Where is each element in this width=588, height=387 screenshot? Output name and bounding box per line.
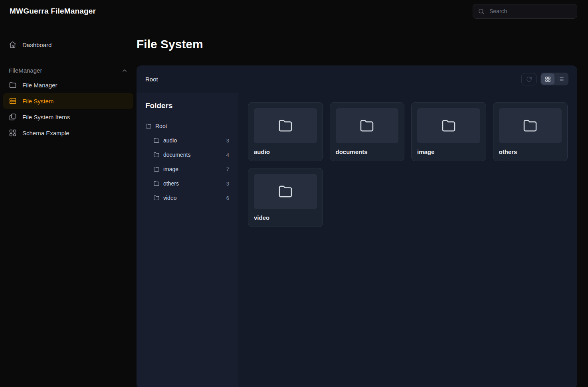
folder-icon [277,118,293,134]
folder-icon [153,195,160,201]
sidebar-item-dashboard[interactable]: Dashboard [3,37,133,53]
grid-view-icon [545,76,551,82]
sidebar-item-file-manager[interactable]: File Manager [3,77,133,93]
search-input[interactable] [489,8,572,15]
folder-tile [417,108,480,143]
folder-icon [153,152,160,158]
folder-tree-panel: Folders Root audio 3 [137,93,238,387]
tree-item-count: 6 [226,195,229,201]
folder-icon [153,180,160,187]
sidebar-item-label: Schema Example [22,130,69,136]
tree-item-label: image [163,166,178,172]
tree-item-documents[interactable]: documents 4 [153,148,229,162]
sidebar-item-file-system-items[interactable]: File System Items [3,109,133,125]
folder-tile [499,108,562,143]
sidebar-item-label: File System Items [22,114,70,120]
search-icon [478,8,485,15]
folder-card-label: others [499,148,562,155]
schema-grid-icon [9,129,17,137]
sidebar-section-filemanager[interactable]: FileManager [3,63,133,77]
tree-item-count: 3 [226,181,229,187]
tree-item-video[interactable]: video 6 [153,191,229,205]
folder-card-audio[interactable]: audio [248,102,323,161]
page-title: File System [137,38,577,51]
topbar: MWGuerra FileManager [0,0,588,22]
folder-icon [9,81,17,89]
chevron-up-icon [121,67,128,74]
folder-card-label: video [254,214,317,221]
folder-tile [254,174,317,209]
folder-card-label: image [417,148,480,155]
sidebar-section-label: FileManager [9,67,42,74]
breadcrumb: Root [145,76,158,83]
folder-icon [145,123,152,129]
tree-item-label: documents [163,152,190,158]
folder-card-others[interactable]: others [493,102,568,161]
sidebar-item-label: File System [22,98,53,105]
tree-item-label: others [163,180,179,187]
folder-icon [277,184,293,199]
list-view-icon [558,76,564,82]
panel-actions [521,73,568,85]
folder-card-documents[interactable]: documents [330,102,405,161]
tree-item-label: video [163,195,176,201]
sidebar-item-schema-example[interactable]: Schema Example [3,125,133,141]
sidebar-item-label: Dashboard [22,41,51,48]
tree-item-count: 7 [226,166,229,172]
tree-item-others[interactable]: others 3 [153,176,229,191]
panel-body: Folders Root audio 3 [137,93,577,387]
server-icon [9,97,17,105]
tree-item-count: 3 [226,138,229,144]
sidebar: Dashboard FileManager File Manager File … [0,22,137,387]
list-view-button[interactable] [554,73,568,85]
tree-item-root[interactable]: Root [145,119,229,133]
refresh-button[interactable] [521,73,537,85]
folder-icon [359,118,375,134]
sidebar-item-file-system[interactable]: File System [3,93,133,109]
folder-icon [522,118,538,134]
tree-children: audio 3 documents 4 image 7 [145,133,229,205]
search-box[interactable] [473,4,577,19]
tree-item-count: 4 [226,152,229,158]
folder-card-label: documents [336,148,399,155]
folder-grid: audio documents image [238,93,577,387]
tree-item-label: Root [155,123,167,129]
folder-card-video[interactable]: video [248,168,323,227]
folders-heading: Folders [145,101,229,110]
tree-item-audio[interactable]: audio 3 [153,133,229,148]
sidebar-item-label: File Manager [22,82,57,89]
folder-tile [336,108,399,143]
panel-header: Root [137,65,577,93]
refresh-icon [526,76,532,82]
home-icon [9,41,17,49]
folder-card-image[interactable]: image [411,102,486,161]
main-content: File System Root [137,22,588,387]
folder-card-label: audio [254,148,317,155]
folder-icon [153,166,160,172]
tree-item-image[interactable]: image 7 [153,162,229,176]
files-icon [9,113,17,121]
grid-view-button[interactable] [541,73,554,85]
tree-item-label: audio [163,137,177,144]
app-title: MWGuerra FileManager [10,7,96,16]
file-system-panel: Root [137,65,577,387]
folder-tile [254,108,317,143]
folder-icon [441,118,457,134]
view-toggle [540,73,568,85]
folder-icon [153,137,160,144]
